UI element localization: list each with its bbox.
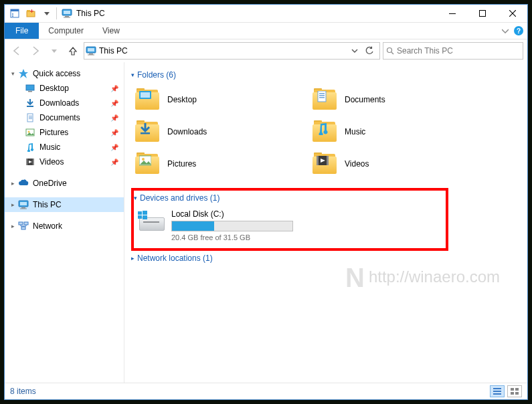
- folder-icon: [313, 120, 338, 143]
- qat-properties[interactable]: [7, 6, 22, 21]
- folder-icon: [135, 88, 161, 111]
- chevron-down-icon: ▾: [131, 72, 135, 78]
- tree-quick-videos[interactable]: Videos📌: [5, 155, 124, 169]
- svg-point-2: [12, 13, 13, 15]
- folder-desktop[interactable]: Desktop: [131, 85, 302, 114]
- svg-rect-60: [511, 392, 514, 395]
- watermark: Nhttp://winaero.com: [345, 263, 500, 293]
- tree-quick-music[interactable]: Music📌: [5, 140, 124, 155]
- svg-rect-10: [65, 16, 69, 17]
- group-drives-header[interactable]: ▾ Devices and drives (1): [134, 193, 442, 203]
- folder-icon: [135, 153, 161, 175]
- svg-rect-15: [88, 48, 94, 52]
- tree-this-pc[interactable]: ▸ This PC: [5, 197, 124, 212]
- svg-rect-20: [26, 85, 34, 90]
- pin-icon: 📌: [110, 85, 118, 92]
- chevron-down-icon[interactable]: ▾: [9, 70, 17, 77]
- tree-quick-pictures[interactable]: Pictures📌: [5, 125, 124, 140]
- large-icons-view-button[interactable]: [507, 385, 522, 397]
- computer-tab[interactable]: Computer: [39, 23, 93, 39]
- refresh-button[interactable]: [365, 46, 378, 56]
- status-bar: 8 items: [5, 383, 527, 399]
- status-item-count: 8 items: [10, 387, 36, 396]
- ribbon-collapse-icon[interactable]: [502, 27, 509, 34]
- tree-quick-desktop[interactable]: Desktop📌: [5, 81, 124, 96]
- details-view-button[interactable]: [490, 385, 505, 397]
- svg-rect-53: [138, 215, 142, 219]
- help-button[interactable]: ?: [514, 26, 523, 35]
- downloads-icon: [139, 123, 151, 135]
- address-dropdown-icon[interactable]: [351, 47, 362, 54]
- titlebar: This PC: [5, 5, 527, 23]
- folder-music[interactable]: Music: [308, 117, 479, 146]
- chevron-right-icon[interactable]: ▸: [9, 180, 17, 187]
- svg-rect-38: [21, 227, 25, 229]
- folder-pictures[interactable]: Pictures: [131, 149, 302, 179]
- file-explorer-window: This PC File Computer View ? This PC: [4, 4, 528, 400]
- up-button[interactable]: [65, 43, 81, 59]
- forward-button[interactable]: [27, 43, 43, 59]
- close-button[interactable]: [497, 5, 527, 22]
- group-network-header[interactable]: ▸ Network locations (1): [131, 254, 521, 263]
- svg-rect-36: [19, 222, 23, 225]
- search-box[interactable]: Search This PC: [383, 42, 523, 60]
- svg-rect-12: [449, 13, 456, 14]
- svg-rect-54: [143, 215, 147, 219]
- tree-quick-access[interactable]: ▾ Quick access: [5, 66, 124, 81]
- folder-downloads[interactable]: Downloads: [131, 117, 302, 146]
- tree-quick-downloads[interactable]: Downloads📌: [5, 96, 124, 110]
- svg-rect-41: [318, 91, 326, 102]
- svg-rect-57: [493, 393, 501, 395]
- quick-access-icon: [18, 68, 29, 79]
- maximize-button[interactable]: [467, 5, 497, 22]
- chevron-right-icon[interactable]: ▸: [9, 201, 17, 208]
- folder-icon: [135, 120, 161, 143]
- svg-rect-30: [26, 159, 27, 165]
- onedrive-icon: [18, 178, 29, 189]
- svg-rect-16: [89, 54, 93, 55]
- window-title: This PC: [75, 9, 105, 18]
- folder-videos[interactable]: Videos: [308, 149, 479, 179]
- folder-icon: [313, 153, 338, 175]
- qat-dropdown[interactable]: [39, 6, 54, 21]
- group-folders-header[interactable]: ▾ Folders (6): [131, 70, 521, 80]
- this-pc-icon: [18, 199, 29, 210]
- recent-dropdown[interactable]: [46, 43, 62, 59]
- svg-rect-21: [28, 91, 32, 92]
- documents-icon: [317, 91, 329, 103]
- qat-new-folder[interactable]: [23, 6, 38, 21]
- svg-rect-34: [21, 207, 25, 209]
- chevron-right-icon[interactable]: ▸: [9, 223, 17, 229]
- drive-local-disk-c[interactable]: Local Disk (C:) 20.4 GB free of 31.5 GB: [134, 208, 442, 241]
- address-text: This PC: [99, 46, 349, 56]
- address-this-pc-icon: [86, 45, 96, 56]
- documents-icon: [25, 112, 35, 123]
- tree-quick-documents[interactable]: Documents📌: [5, 110, 124, 125]
- pin-icon: 📌: [110, 144, 118, 151]
- pictures-icon: [139, 155, 151, 167]
- minimize-button[interactable]: [437, 5, 467, 22]
- file-tab[interactable]: File: [5, 23, 39, 39]
- folder-documents[interactable]: Documents: [308, 85, 479, 114]
- svg-rect-31: [33, 159, 34, 165]
- address-bar[interactable]: This PC: [84, 42, 380, 60]
- tree-onedrive[interactable]: ▸ OneDrive: [5, 176, 124, 191]
- svg-rect-9: [64, 11, 70, 14]
- svg-rect-5: [27, 10, 30, 12]
- pin-icon: 📌: [110, 114, 118, 122]
- search-icon: [386, 47, 394, 55]
- svg-rect-37: [24, 222, 28, 225]
- svg-rect-11: [64, 17, 70, 18]
- folder-icon: [313, 88, 338, 111]
- drive-name: Local Disk (C:): [171, 209, 442, 219]
- svg-rect-26: [29, 118, 32, 119]
- search-placeholder: Search This PC: [397, 46, 453, 56]
- back-button[interactable]: [9, 43, 25, 59]
- drives-highlight-box: ▾ Devices and drives (1) Local Disk (C:)…: [131, 188, 448, 251]
- view-tab[interactable]: View: [93, 23, 129, 39]
- svg-rect-58: [511, 388, 514, 391]
- tree-network[interactable]: ▸ Network: [5, 219, 124, 233]
- svg-rect-55: [493, 388, 501, 389]
- svg-rect-49: [317, 156, 319, 165]
- chevron-down-icon: ▾: [134, 195, 137, 201]
